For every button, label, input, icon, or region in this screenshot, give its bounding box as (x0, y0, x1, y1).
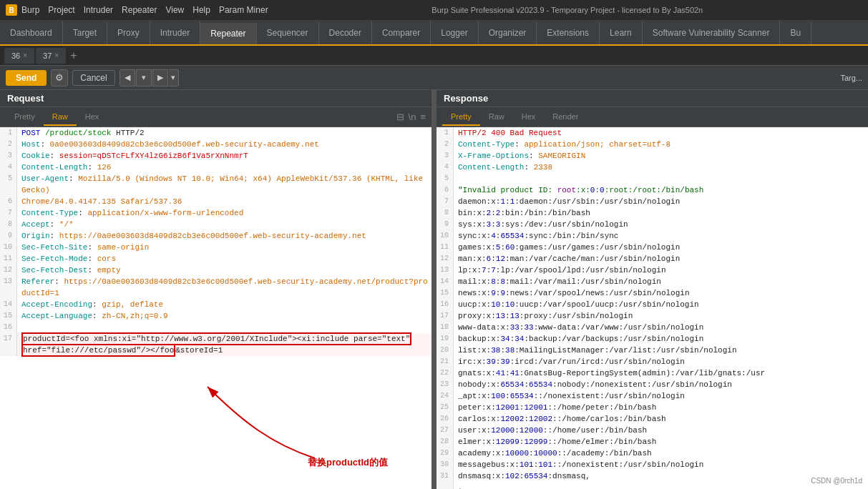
annotation-arrow: 替换productId的值 (229, 401, 372, 473)
response-line-15: 15 news:x:9:9:news:/var/spool/news:/usr/… (437, 287, 868, 299)
response-tab-render[interactable]: Render (544, 109, 587, 126)
response-line-6: 6 "Invalid product ID: root:x:0:0:root:/… (437, 184, 868, 196)
response-line-8: 8 bin:x:2:2:bin:/bin:/bin/bash (437, 207, 868, 219)
svg-text:替换productId的值: 替换productId的值 (307, 457, 389, 468)
tab-proxy[interactable]: Proxy (107, 21, 150, 44)
watermark: CSDN @0rch1d (811, 477, 862, 485)
menu-icon[interactable]: ≡ (420, 112, 426, 122)
response-line-28: 28 elmer:x:12099:12099::/home/elmer:/bin… (437, 436, 868, 448)
request-line-12: 12 Sec-Fetch-Dest: empty (0, 265, 431, 276)
response-line-4: 4 Content-Length: 2338 (437, 162, 868, 173)
indent-icon[interactable]: \n (409, 112, 416, 122)
request-line-3: 3 Cookie: session=qDSTcFLfXY4lzG6izB6f1V… (0, 150, 431, 162)
tab-decoder[interactable]: Decoder (319, 21, 372, 44)
next-button[interactable]: ▶ (152, 69, 168, 87)
menu-view[interactable]: View (165, 5, 184, 15)
close-tab-37-icon[interactable]: × (54, 51, 59, 59)
response-tab-raw[interactable]: Raw (480, 109, 513, 126)
request-panel-title: Request (0, 90, 431, 107)
app-icon: B (6, 4, 17, 16)
response-line-30: 30 messagebus:x:101:101::/nonexistent:/u… (437, 459, 868, 470)
tab-sequencer[interactable]: Sequencer (257, 21, 319, 44)
wrap-icon[interactable]: ⊟ (396, 112, 404, 122)
request-line-8: 8 Accept: */* (0, 219, 431, 230)
tab-dashboard[interactable]: Dashboard (0, 21, 63, 44)
request-tab-pretty[interactable]: Pretty (6, 109, 44, 126)
response-line-21: 21 irc:x:39:39:ircd:/var/run/ircd:/usr/s… (437, 356, 868, 367)
menu-repeater[interactable]: Repeater (122, 5, 157, 15)
main-area: Request Pretty Raw Hex ⊟ \n ≡ 1 POST /pr… (0, 90, 868, 489)
toolbar: Send ⚙ Cancel ◀ ▾ ▶ ▾ Targ... (0, 66, 868, 90)
title-bar: B Burp Project Intruder Repeater View He… (0, 0, 868, 20)
menu-burp[interactable]: Burp (21, 5, 39, 15)
nav-tab-bar: Dashboard Target Proxy Intruder Repeater… (0, 20, 868, 46)
tab-extensions[interactable]: Extensions (537, 21, 600, 44)
response-line-22: 22 gnats:x:41:41:GnatsBug-ReportingSyste… (437, 367, 868, 379)
sub-tab-37[interactable]: 37 × (36, 48, 66, 64)
gear-button[interactable]: ⚙ (51, 69, 68, 87)
response-code-area[interactable]: 1 HTTP/2 400 Bad Request 2 Content-Type:… (437, 127, 868, 489)
request-line-2: 2 Host: 0a0e003603d8409d82cb3e6c00d500ef… (0, 139, 431, 150)
request-line-1: 1 POST /product/stock HTTP/2 (0, 127, 431, 139)
cancel-button[interactable]: Cancel (72, 70, 114, 86)
response-line-9: 9 sys:x:3:3:sys:/dev:/usr/sbin/nologin (437, 219, 868, 230)
target-label: Targ... (840, 74, 862, 82)
response-line-1: 1 HTTP/2 400 Bad Request (437, 127, 868, 139)
response-line-10: 10 sync:x:4:65534:sync:/bin:/bin/sync (437, 230, 868, 242)
menu-help[interactable]: Help (192, 5, 210, 15)
response-panel-title: Response (437, 90, 868, 107)
request-line-9: 9 Origin: https://0a0e003603d8409d82cb3e… (0, 230, 431, 242)
response-line-3: 3 X-Frame-Options: SAMEORIGIN (437, 150, 868, 162)
response-tab-pretty[interactable]: Pretty (442, 109, 480, 126)
send-button[interactable]: Send (6, 70, 47, 86)
next-dropdown[interactable]: ▾ (169, 69, 179, 87)
response-line-5: 5 (437, 173, 868, 184)
response-panel: Response Pretty Raw Hex Render 1 HTTP/2 … (437, 90, 868, 489)
sub-tab-36[interactable]: 36 × (4, 48, 34, 64)
close-tab-36-icon[interactable]: × (23, 51, 27, 59)
prev-dropdown[interactable]: ▾ (136, 69, 152, 87)
response-line-24: 24 _apt:x:100:65534::/nonexistent:/usr/s… (437, 390, 868, 402)
response-line-2: 2 Content-Type: application/json; charse… (437, 139, 868, 150)
request-panel: Request Pretty Raw Hex ⊟ \n ≡ 1 POST /pr… (0, 90, 434, 489)
request-line-18: href="file:///etc/passwd"/></foo&storeId… (0, 345, 431, 356)
tab-intruder[interactable]: Intruder (150, 21, 200, 44)
tab-organizer[interactable]: Organizer (479, 21, 537, 44)
window-title: Burp Suite Professional v2023.9 - Tempor… (273, 6, 862, 14)
request-line-15: 15 Accept-Language: zh-CN,zh;q=0.9 (0, 310, 431, 322)
request-view-tabs: Pretty Raw Hex ⊟ \n ≡ (0, 107, 431, 127)
request-line-13: 13 Referer: https://0a0e003603d8409d82cb… (0, 276, 431, 299)
menu-param-miner[interactable]: Param Miner (219, 5, 268, 15)
request-tab-raw[interactable]: Raw (44, 109, 77, 126)
menu-intruder[interactable]: Intruder (84, 5, 113, 15)
prev-button[interactable]: ◀ (120, 69, 135, 87)
request-line-11: 11 Sec-Fetch-Mode: cors (0, 253, 431, 265)
request-code-area[interactable]: 1 POST /product/stock HTTP/2 2 Host: 0a0… (0, 127, 431, 489)
response-line-12: 12 man:x:6:12:man:/var/cache/man:/usr/sb… (437, 253, 868, 265)
tab-target[interactable]: Target (63, 21, 107, 44)
menu-bar: Burp Project Intruder Repeater View Help… (21, 5, 268, 15)
menu-project[interactable]: Project (48, 5, 74, 15)
sub-tab-bar: 36 × 37 × + (0, 46, 868, 66)
tab-logger[interactable]: Logger (431, 21, 478, 44)
navigation-buttons: ◀ ▾ ▶ ▾ (120, 69, 179, 87)
request-tab-hex[interactable]: Hex (77, 109, 108, 126)
response-line-23: 23 nobody:x:65534:65534:nobody:/nonexist… (437, 379, 868, 390)
request-line-6: 6 Chrome/84.0.4147.135 Safari/537.36 (0, 196, 431, 207)
tab-comparer[interactable]: Comparer (372, 21, 431, 44)
request-line-4: 4 Content-Length: 126 (0, 162, 431, 173)
response-line-32: , (437, 482, 868, 489)
response-line-11: 11 games:x:5:60:games:/usr/games:/usr/sb… (437, 242, 868, 253)
add-tab-button[interactable]: + (67, 48, 79, 64)
tab-learn[interactable]: Learn (600, 21, 643, 44)
response-line-7: 7 daemon:x:1:1:daemon:/usr/sbin:/usr/sbi… (437, 196, 868, 207)
response-line-31: 31 dnsmasq:x:102:65534:dnsmasq, (437, 470, 868, 482)
request-line-7: 7 Content-Type: application/x-www-form-u… (0, 207, 431, 219)
tab-vuln-scanner[interactable]: Software Vulnerability Scanner (643, 21, 781, 44)
tab-repeater[interactable]: Repeater (200, 23, 256, 46)
response-line-19: 19 backup:x:34:34:backup:/var/backups:/u… (437, 333, 868, 345)
response-line-27: 27 user:x:12000:12000::/home/user:/bin/b… (437, 425, 868, 436)
tab-bu[interactable]: Bu (780, 21, 811, 44)
response-line-29: 29 academy:x:10000:10000::/academy:/bin/… (437, 448, 868, 459)
response-tab-hex[interactable]: Hex (513, 109, 545, 126)
